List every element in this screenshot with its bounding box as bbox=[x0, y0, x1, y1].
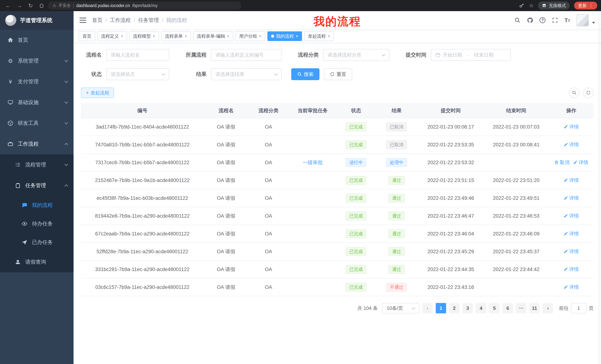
close-icon[interactable]: × bbox=[121, 34, 123, 38]
sidebar-item-leave-query[interactable]: 请假查询 bbox=[0, 252, 74, 272]
next-page-button[interactable]: › bbox=[543, 303, 553, 313]
sidebar-item-done-tasks[interactable]: 已办任务 bbox=[0, 233, 74, 252]
help-icon[interactable]: ? bbox=[540, 17, 545, 23]
tab-start-process[interactable]: 发起流程× bbox=[304, 31, 334, 41]
sidebar-item-process-management[interactable]: 流程管理 bbox=[0, 154, 74, 175]
more-pages-button[interactable]: ··· bbox=[516, 303, 526, 313]
cell-submit-time: 2022-01-22 23:44:35 bbox=[418, 260, 484, 278]
fullscreen-icon[interactable] bbox=[552, 17, 558, 23]
table-row: 819442e8-7b9a-11ec-a290-acde48001122 OA … bbox=[81, 207, 594, 225]
cell-submit-time: 2022-01-22 23:43:16 bbox=[418, 278, 484, 296]
close-icon[interactable]: × bbox=[328, 34, 330, 38]
github-icon[interactable] bbox=[527, 17, 533, 23]
task-link[interactable]: 一级审批 bbox=[303, 159, 323, 166]
chat-bubble-icon bbox=[21, 202, 28, 208]
user-avatar[interactable] bbox=[576, 14, 589, 26]
chevron-down-icon bbox=[64, 121, 68, 125]
page-button[interactable]: 1 bbox=[436, 303, 446, 313]
avatar-caret-icon[interactable] bbox=[592, 22, 595, 24]
page-button[interactable]: 3 bbox=[462, 303, 473, 313]
search-icon bbox=[297, 72, 302, 77]
cell-end-time bbox=[483, 153, 549, 172]
sidebar-item-task-management[interactable]: 任务管理 bbox=[0, 175, 74, 196]
page-button[interactable]: 2 bbox=[449, 303, 460, 313]
breadcrumb-item[interactable]: 工作流程 bbox=[110, 17, 131, 24]
font-size-icon[interactable]: TT bbox=[564, 17, 570, 23]
sidebar-item-system[interactable]: ⚙ 系统管理 bbox=[0, 50, 74, 71]
browser-update-button[interactable]: 更新 ⋮ bbox=[574, 2, 597, 10]
search-button[interactable]: 搜索 bbox=[291, 68, 320, 80]
close-icon[interactable]: × bbox=[296, 34, 298, 38]
detail-link[interactable]: 详情 bbox=[564, 284, 579, 290]
address-bar[interactable]: ⚠ 不安全 | dashboard.yudao.iocoder.cn/bpm/t… bbox=[48, 1, 241, 10]
page-button[interactable]: 4 bbox=[476, 303, 486, 313]
page-size-select[interactable]: 10条/页 bbox=[382, 303, 419, 313]
close-icon[interactable]: × bbox=[153, 34, 155, 38]
tab-process-form-edit[interactable]: 流程表单-编辑× bbox=[193, 31, 233, 41]
app-logo[interactable]: 芋道管理系统 bbox=[0, 11, 74, 30]
home-icon bbox=[7, 37, 13, 43]
category-select[interactable]: 请选择流程分类 bbox=[323, 49, 389, 61]
tab-label: 发起流程 bbox=[308, 33, 326, 39]
detail-link[interactable]: 详情 bbox=[564, 177, 579, 183]
toggle-search-button[interactable] bbox=[569, 87, 580, 98]
cell-end-time: 2022-01-23 00:08:41 bbox=[483, 136, 549, 153]
browser-forward-icon[interactable]: → bbox=[17, 2, 22, 9]
detail-link[interactable]: 详情 bbox=[564, 230, 579, 237]
result-tag: 通过 bbox=[388, 247, 405, 256]
breadcrumb-item[interactable]: 任务管理 bbox=[138, 17, 159, 24]
detail-link[interactable]: 详情 bbox=[573, 159, 588, 166]
page-button[interactable]: 6 bbox=[502, 303, 513, 313]
sidebar-item-my-process[interactable]: 我的流程 bbox=[0, 196, 74, 214]
goto-page-input[interactable] bbox=[573, 305, 584, 311]
prev-page-button[interactable]: ‹ bbox=[422, 303, 433, 313]
parent-process-input[interactable] bbox=[215, 52, 277, 58]
detail-link[interactable]: 详情 bbox=[564, 248, 579, 255]
detail-link[interactable]: 详情 bbox=[564, 124, 579, 130]
browser-menu-icon[interactable]: ⋮ bbox=[589, 3, 593, 8]
tab-process-form[interactable]: 流程表单× bbox=[161, 31, 191, 41]
browser-back-icon[interactable]: ← bbox=[5, 2, 11, 9]
page-button[interactable]: 5 bbox=[489, 303, 500, 313]
page-button[interactable]: 11 bbox=[529, 303, 540, 313]
tab-process-model[interactable]: 流程模型× bbox=[129, 31, 159, 41]
result-tag: 已取消 bbox=[386, 123, 407, 131]
tab-my-process[interactable]: 我的流程× bbox=[267, 31, 302, 41]
sidebar-item-todo-tasks[interactable]: 待办任务 bbox=[0, 214, 74, 233]
detail-link[interactable]: 详情 bbox=[564, 213, 579, 219]
browser-reload-icon[interactable]: ↻ bbox=[28, 2, 33, 9]
hamburger-icon[interactable] bbox=[80, 18, 86, 23]
bookmark-star-icon[interactable]: ☆ bbox=[529, 3, 534, 9]
submit-time-range-picker[interactable]: 开始日期 - 结束日期 bbox=[431, 49, 511, 61]
breadcrumb-item[interactable]: 首页 bbox=[92, 17, 102, 24]
search-icon[interactable] bbox=[514, 17, 521, 23]
refresh-table-button[interactable] bbox=[583, 87, 594, 98]
chevron-down-icon bbox=[162, 72, 165, 76]
close-icon[interactable]: × bbox=[259, 34, 261, 38]
scrollbar[interactable] bbox=[598, 11, 601, 364]
start-process-button[interactable]: + 发起流程 bbox=[81, 87, 114, 98]
cancel-link[interactable]: 取消 bbox=[554, 159, 570, 166]
tab-label: 流程定义 bbox=[101, 33, 119, 39]
sidebar-item-workflow[interactable]: 工作流程 bbox=[0, 134, 74, 154]
sidebar-item-infrastructure[interactable]: 基础设施 bbox=[0, 92, 74, 113]
password-key-icon[interactable] bbox=[519, 3, 524, 8]
status-select[interactable]: 请选择状态 bbox=[106, 68, 169, 80]
sidebar-item-dev-tools[interactable]: 研发工具 bbox=[0, 113, 74, 134]
result-select[interactable]: 请选择流结果 bbox=[211, 68, 281, 80]
result-tag: 通过 bbox=[388, 211, 405, 220]
tab-home[interactable]: 首页 bbox=[79, 31, 95, 41]
tab-user-group[interactable]: 用户分组× bbox=[235, 31, 265, 41]
detail-link[interactable]: 详情 bbox=[564, 141, 579, 148]
reset-button[interactable]: 重置 bbox=[324, 68, 352, 80]
clipboard-icon bbox=[15, 182, 21, 189]
process-name-input[interactable] bbox=[111, 52, 165, 58]
browser-home-icon[interactable] bbox=[39, 3, 44, 8]
close-icon[interactable]: × bbox=[227, 34, 230, 38]
sidebar-item-home[interactable]: 首页 bbox=[0, 30, 74, 50]
detail-link[interactable]: 详情 bbox=[564, 195, 579, 201]
tab-process-definition[interactable]: 流程定义× bbox=[97, 31, 127, 41]
close-icon[interactable]: × bbox=[185, 34, 187, 38]
sidebar-item-payment[interactable]: ¥ 支付管理 bbox=[0, 71, 74, 92]
detail-link[interactable]: 详情 bbox=[564, 266, 579, 273]
